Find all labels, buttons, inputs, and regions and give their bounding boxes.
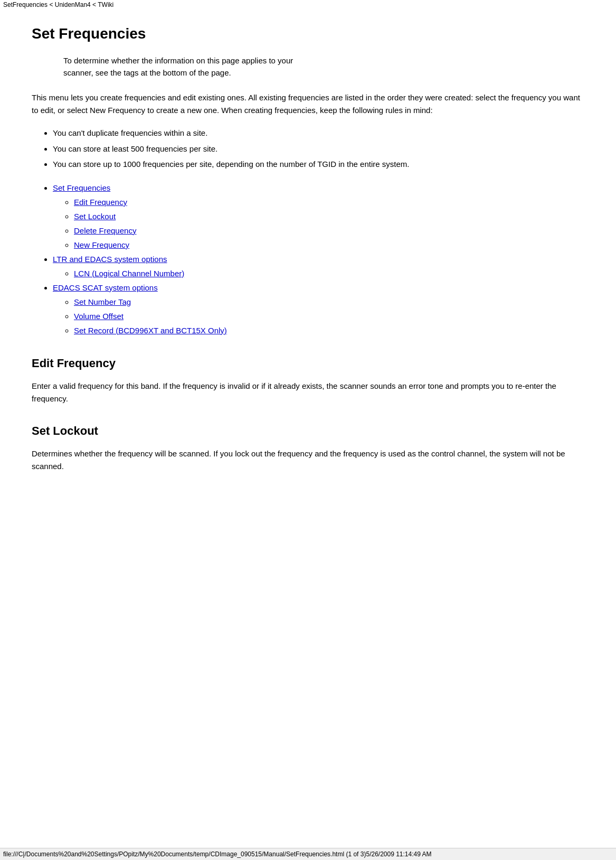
toc-link-lcn[interactable]: LCN (Logical Channel Number) — [74, 269, 184, 278]
rules-list: You can't duplicate frequencies within a… — [53, 126, 584, 171]
toc-link-ltr-edacs[interactable]: LTR and EDACS system options — [53, 255, 167, 264]
list-item: You can store up to 1000 frequencies per… — [53, 157, 584, 171]
title-bar-text: SetFrequencies < UnidenMan4 < TWiki — [3, 1, 113, 8]
toc-link-set-frequencies[interactable]: Set Frequencies — [53, 183, 110, 192]
toc-subitem: LCN (Logical Channel Number) — [74, 266, 584, 281]
toc-subitem: Set Record (BCD996XT and BCT15X Only) — [74, 323, 584, 338]
intro-paragraph: This menu lets you create frequencies an… — [32, 91, 584, 117]
toc-link-edacs-scat[interactable]: EDACS SCAT system options — [53, 283, 158, 292]
toc-subitem: New Frequency — [74, 238, 584, 252]
toc-link-new-frequency[interactable]: New Frequency — [74, 240, 129, 249]
toc-item-set-frequencies: Set Frequencies Edit Frequency Set Locko… — [53, 181, 584, 252]
toc-item-edacs-scat: EDACS SCAT system options Set Number Tag… — [53, 281, 584, 338]
toc-item-ltr-edacs: LTR and EDACS system options LCN (Logica… — [53, 252, 584, 281]
toc-subitem: Delete Frequency — [74, 223, 584, 238]
toc-link-volume-offset[interactable]: Volume Offset — [74, 312, 124, 321]
list-item: You can store at least 500 frequencies p… — [53, 142, 584, 156]
toc-link-set-lockout[interactable]: Set Lockout — [74, 212, 116, 221]
browser-title-bar: SetFrequencies < UnidenMan4 < TWiki — [0, 0, 616, 10]
toc-link-delete-frequency[interactable]: Delete Frequency — [74, 226, 136, 235]
toc-subitem: Edit Frequency — [74, 195, 584, 209]
status-bar: file:///C|/Documents%20and%20Settings/PO… — [0, 848, 616, 860]
page-title: Set Frequencies — [32, 25, 584, 42]
toc-subitem: Set Lockout — [74, 209, 584, 223]
list-item: You can't duplicate frequencies within a… — [53, 126, 584, 140]
toc-link-edit-frequency[interactable]: Edit Frequency — [74, 198, 127, 207]
toc-link-set-record[interactable]: Set Record (BCD996XT and BCT15X Only) — [74, 326, 227, 335]
notice-line1: To determine whether the information on … — [63, 56, 293, 65]
status-bar-text: file:///C|/Documents%20and%20Settings/PO… — [3, 850, 432, 858]
section-title-edit-frequency: Edit Frequency — [32, 357, 584, 370]
section-text-edit-frequency: Enter a valid frequency for this band. I… — [32, 380, 584, 405]
notice-box: To determine whether the information on … — [63, 55, 584, 79]
toc-sublist-ltr-edacs: LCN (Logical Channel Number) — [74, 266, 584, 281]
toc-sublist-set-frequencies: Edit Frequency Set Lockout Delete Freque… — [74, 195, 584, 252]
toc-subitem: Set Number Tag — [74, 295, 584, 309]
toc-list: Set Frequencies Edit Frequency Set Locko… — [53, 181, 584, 338]
section-title-set-lockout: Set Lockout — [32, 424, 584, 438]
section-text-set-lockout: Determines whether the frequency will be… — [32, 447, 584, 473]
toc-sublist-edacs-scat: Set Number Tag Volume Offset Set Record … — [74, 295, 584, 338]
notice-line2: scanner, see the tags at the bottom of t… — [63, 68, 231, 77]
toc-subitem: Volume Offset — [74, 309, 584, 323]
main-content: Set Frequencies To determine whether the… — [0, 10, 616, 514]
toc-link-set-number-tag[interactable]: Set Number Tag — [74, 297, 131, 306]
